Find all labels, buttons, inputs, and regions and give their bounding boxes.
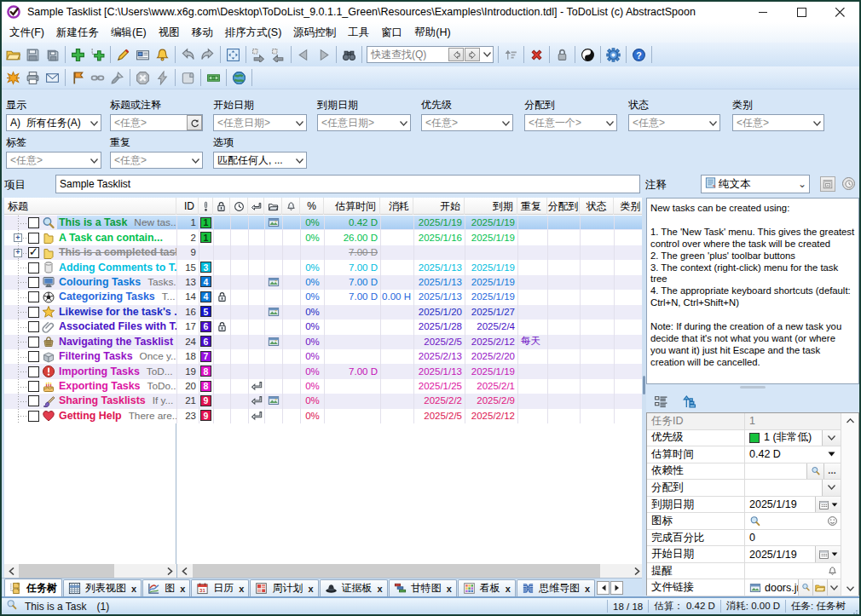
new-subtask-button[interactable]: [88, 45, 107, 65]
task-checkbox[interactable]: [28, 307, 39, 318]
lock-button[interactable]: [552, 45, 572, 65]
save-button[interactable]: [23, 45, 43, 65]
flag-button[interactable]: [68, 68, 88, 88]
task-row[interactable]: Navigating the Tasklist2460%2025/2/52025…: [4, 335, 644, 349]
menu-item-1[interactable]: 文件(F): [3, 23, 50, 43]
open-folder-button[interactable]: [3, 45, 23, 65]
save-all-button[interactable]: [43, 45, 62, 65]
tabs-scroll-left[interactable]: [597, 581, 610, 595]
delete-task-button[interactable]: [527, 45, 546, 65]
filter-combo-显示[interactable]: A) 所有任务(A): [6, 114, 101, 131]
task-card-button[interactable]: [133, 45, 153, 65]
attr-more-button[interactable]: …: [823, 463, 841, 480]
scroll-left-arrow[interactable]: [4, 564, 18, 579]
column-header-recur[interactable]: 重复: [517, 198, 547, 215]
web-globe-button[interactable]: [229, 68, 249, 88]
menu-item-7[interactable]: 源码控制: [287, 23, 342, 43]
filter-combo-选项[interactable]: 匹配任何人, ...: [213, 152, 307, 169]
tab-close-button[interactable]: x: [585, 584, 590, 593]
tab-任务树[interactable]: 任务树: [4, 579, 62, 596]
task-checkbox[interactable]: [28, 366, 39, 377]
attr-spinner-button[interactable]: [822, 446, 841, 463]
tab-周计划[interactable]: 周计划x: [250, 579, 318, 596]
column-header-est[interactable]: 估算时间: [324, 198, 380, 215]
task-title-cell[interactable]: Navigating the Tasklist: [57, 335, 176, 348]
attr-dropdown-button[interactable]: [822, 430, 841, 446]
task-title-cell[interactable]: A Task can contain...: [57, 230, 176, 244]
prev-task-button[interactable]: [294, 45, 314, 65]
find-forward-button[interactable]: [465, 48, 480, 61]
column-header-due[interactable]: 到期: [465, 198, 517, 215]
tab-甘特图[interactable]: 甘特图x: [389, 579, 457, 596]
task-title-cell[interactable]: Categorizing TasksT...: [57, 290, 176, 303]
attr-icon-button[interactable]: [823, 513, 841, 529]
filter-combo-类别[interactable]: <任意>: [732, 114, 824, 131]
attr-calendar-button[interactable]: [815, 497, 841, 513]
minimize-button[interactable]: [744, 2, 783, 22]
attr-scrollbar[interactable]: [841, 413, 858, 596]
task-title-cell[interactable]: Filtering TasksOnce y...: [57, 349, 176, 363]
column-header-id[interactable]: ID: [176, 198, 199, 215]
scroll-thumb[interactable]: [19, 564, 114, 579]
menu-item-10[interactable]: 帮助(H): [408, 23, 456, 43]
reminder-bell-button[interactable]: [153, 45, 172, 65]
filter-combo-标题或注释[interactable]: <任意>: [110, 114, 203, 131]
help-button[interactable]: ?: [629, 45, 649, 65]
menu-item-5[interactable]: 移动: [186, 23, 219, 43]
column-header-lock[interactable]: [213, 198, 230, 215]
task-row[interactable]: Getting HelpThere are...2390%2025/2/5202…: [4, 409, 644, 423]
comment-date-button[interactable]: [820, 176, 835, 192]
group-by-button[interactable]: [651, 392, 671, 412]
move-right-button[interactable]: [249, 45, 269, 65]
tab-close-button[interactable]: x: [180, 584, 185, 593]
tab-close-button[interactable]: x: [131, 584, 136, 593]
column-header-status[interactable]: 状态: [580, 198, 614, 215]
attr-dropdown-button[interactable]: [822, 480, 841, 496]
column-header-recuri[interactable]: [248, 198, 264, 215]
task-checkbox[interactable]: [28, 411, 39, 422]
scroll-thumb[interactable]: [193, 564, 600, 579]
filter-combo-标签[interactable]: <任意>: [6, 152, 101, 169]
filter-combo-分配到[interactable]: <任意一个>: [524, 114, 617, 131]
menu-item-4[interactable]: 视图: [153, 23, 186, 43]
tab-close-button[interactable]: x: [447, 584, 452, 593]
task-checkbox[interactable]: [28, 217, 39, 228]
task-checkbox[interactable]: [28, 262, 39, 273]
column-header-assign[interactable]: 分配到: [547, 198, 580, 215]
theme-yinyang-button[interactable]: [578, 45, 598, 65]
filter-combo-状态[interactable]: <任意>: [628, 114, 720, 131]
column-header-start[interactable]: 开始: [413, 198, 465, 215]
task-title-cell[interactable]: Adding Comments to T...: [57, 260, 176, 273]
task-title-cell[interactable]: This is a TaskNew tas...: [57, 216, 176, 229]
splitter-handle[interactable]: [643, 376, 645, 394]
task-title-cell[interactable]: Associated Files with T...: [57, 320, 176, 333]
task-row[interactable]: Sharing TasklistsIf y...2190%2025/2/2202…: [4, 394, 644, 408]
task-row[interactable]: Exporting TasksToDo...2080%2025/1/252025…: [4, 379, 644, 394]
quick-find-combo[interactable]: 快速查找(Q): [367, 46, 494, 63]
tree-expander[interactable]: +: [14, 249, 22, 257]
task-checkbox[interactable]: [28, 321, 39, 332]
task-title-cell[interactable]: Likewise for the task's ...: [57, 305, 176, 319]
filter-combo-到期日期[interactable]: <任意日期>: [317, 114, 411, 131]
column-splitter[interactable]: [176, 423, 176, 564]
task-row[interactable]: Importing TasksToD...1980%7.00 D2025/1/1…: [4, 364, 644, 378]
task-title-cell[interactable]: Getting HelpThere are...: [57, 409, 176, 423]
columns-hscrollbar[interactable]: [176, 564, 644, 579]
column-header-time[interactable]: [230, 198, 248, 215]
money-button[interactable]: [204, 68, 223, 88]
tab-证据板[interactable]: 证据板x: [320, 579, 388, 596]
task-checkbox[interactable]: [28, 291, 39, 302]
scroll-track[interactable]: [18, 564, 163, 579]
task-title-cell[interactable]: Sharing TasklistsIf y...: [57, 394, 176, 407]
spellcheck-button[interactable]: [3, 68, 23, 88]
quick-find-dropdown[interactable]: [481, 47, 493, 62]
close-button[interactable]: [821, 2, 859, 22]
scroll-up-arrow[interactable]: [841, 416, 858, 425]
attr-calendar-button[interactable]: [815, 546, 841, 562]
task-checkbox[interactable]: ✓: [28, 247, 39, 258]
comment-format-combo[interactable]: 纯文本 ⌄: [701, 175, 810, 193]
preferences-gear-button[interactable]: [604, 45, 623, 65]
scroll-down-arrow[interactable]: [841, 584, 858, 593]
column-header-pct[interactable]: %: [300, 198, 324, 215]
tab-列表视图[interactable]: 列表视图x: [63, 579, 142, 596]
